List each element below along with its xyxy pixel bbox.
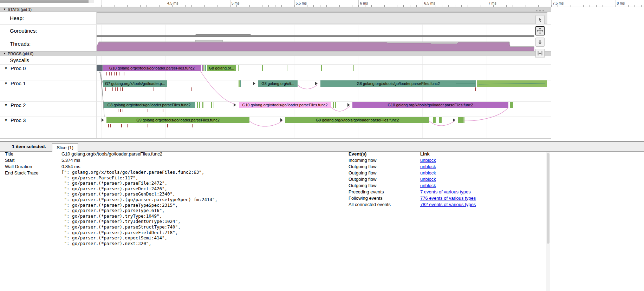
instant-event-tick[interactable] — [124, 72, 124, 75]
instant-event-tick[interactable] — [110, 124, 111, 127]
ruler-minor-tick — [339, 5, 340, 7]
ruler-minor-tick — [493, 5, 494, 7]
collapse-triangle-icon[interactable]: ▼ — [4, 104, 8, 107]
instant-event-tick[interactable] — [191, 87, 192, 91]
instant-event-tick[interactable] — [121, 124, 122, 127]
trace-slice[interactable] — [202, 102, 203, 108]
instant-event-tick[interactable] — [167, 124, 168, 127]
collapse-triangle-icon[interactable]: ▼ — [4, 82, 8, 85]
horizontal-scrollbar[interactable] — [0, 0, 94, 3]
trace-slice[interactable] — [477, 80, 547, 87]
instant-event-tick[interactable] — [154, 87, 154, 91]
ruler-minor-tick — [166, 5, 166, 7]
trace-slice[interactable] — [353, 65, 354, 71]
trace-slice[interactable]: G7 golang.org/x/tools/go/loader.p... — [103, 80, 167, 87]
instant-event-tick[interactable] — [123, 109, 123, 112]
trace-slice[interactable] — [205, 65, 206, 71]
ruler-minor-tick — [416, 5, 417, 7]
instant-event-tick[interactable] — [163, 109, 163, 112]
ruler-minor-tick — [474, 5, 474, 7]
ruler-minor-tick — [301, 5, 301, 7]
trace-slice[interactable]: G8 golang.org/x/t... — [258, 80, 298, 87]
trace-slice[interactable] — [463, 117, 464, 123]
slice-label: G9 golang.org/x/tools/go/loader.parseFil… — [285, 117, 429, 123]
trace-slice[interactable] — [439, 117, 442, 123]
trace-slice[interactable]: G8 golang.org/x/tools/go/loader.parseFil… — [103, 102, 195, 108]
ruler-label: 5 ms — [232, 1, 240, 5]
ruler-minor-tick — [127, 5, 128, 7]
tab-slice[interactable]: Slice (1) — [52, 143, 78, 152]
ruler-minor-tick — [262, 5, 262, 7]
toolbar-grip[interactable] — [536, 9, 544, 13]
collapse-triangle-icon[interactable]: ▼ — [3, 8, 6, 11]
trace-slice[interactable] — [240, 80, 241, 87]
instant-event-tick[interactable] — [122, 87, 123, 91]
instant-event-tick[interactable] — [116, 72, 117, 75]
trace-slice[interactable] — [203, 65, 204, 71]
trace-slice[interactable] — [433, 117, 436, 123]
trace-slice[interactable]: G8 golang.or... — [207, 65, 236, 71]
ruler-minor-tick — [236, 5, 237, 7]
zoom-tool-button[interactable] — [535, 38, 545, 47]
collapse-triangle-icon[interactable]: ▼ — [4, 119, 8, 122]
trace-slice[interactable] — [458, 117, 463, 123]
instant-event-tick[interactable] — [127, 124, 128, 127]
trace-slice[interactable] — [202, 65, 203, 71]
trace-slice[interactable] — [262, 65, 263, 71]
instant-event-tick[interactable] — [114, 72, 115, 75]
instant-event-tick[interactable] — [192, 124, 193, 127]
instant-event-tick[interactable] — [106, 72, 107, 75]
instant-event-tick[interactable] — [120, 87, 121, 91]
trace-slice[interactable] — [197, 102, 198, 108]
horizontal-scrollbar-thumb[interactable] — [0, 0, 89, 3]
selection-tool-button[interactable] — [535, 15, 545, 24]
instant-event-tick[interactable] — [117, 87, 118, 91]
trace-slice[interactable] — [287, 65, 287, 71]
trace-slice[interactable] — [97, 65, 103, 71]
ruler-minor-tick — [172, 5, 173, 7]
instant-event-tick[interactable] — [108, 124, 109, 127]
trace-slice[interactable]: G8 golang.org/x/tools/go/loader.parseFil… — [320, 80, 476, 87]
trace-slice[interactable] — [321, 65, 322, 71]
trace-slice[interactable] — [214, 102, 214, 108]
trace-slice[interactable] — [211, 102, 212, 108]
collapse-triangle-icon[interactable]: ▼ — [3, 52, 6, 55]
trace-slice[interactable]: G9 golang.org/x/tools/go/loader.parseFil… — [106, 117, 249, 123]
stats-section-header[interactable]: ▼ STATS (pid 1) — [0, 7, 551, 12]
instant-event-tick[interactable] — [112, 87, 113, 91]
procs-section-header[interactable]: ▼ PROCS (pid 0) — [0, 51, 551, 56]
instant-event-tick[interactable] — [148, 109, 148, 112]
trace-slice[interactable] — [239, 80, 240, 87]
pan-tool-button[interactable] — [535, 26, 545, 35]
collapse-triangle-icon[interactable]: ▼ — [4, 67, 8, 70]
instant-event-tick[interactable] — [475, 87, 476, 91]
ruler-minor-tick — [519, 5, 519, 7]
ruler-minor-tick — [371, 5, 372, 7]
slice-label: G10 golang.org/x/tools/go/loader.parseFi… — [352, 102, 508, 108]
trace-slice[interactable] — [333, 102, 334, 108]
instant-event-tick[interactable] — [119, 72, 119, 75]
timeline-ruler: 4.5 ms5 ms5.5 ms6 ms6.5 ms7 ms7.5 ms8 ms — [95, 0, 644, 7]
instant-event-tick[interactable] — [120, 109, 121, 112]
trace-slice[interactable] — [335, 102, 336, 108]
trace-slice[interactable]: G10 golang.org/x/tools/go/loader.parseFi… — [352, 102, 508, 108]
ruler-minor-tick — [513, 5, 513, 7]
ruler-label: 6.5 ms — [424, 1, 435, 5]
ruler-minor-tick — [403, 5, 404, 7]
instant-event-tick[interactable] — [118, 109, 118, 112]
ruler-label: 5.5 ms — [296, 1, 307, 5]
trace-slice[interactable] — [238, 65, 239, 71]
trace-slice[interactable]: G9 golang.org/x/tools/go/loader.parseFil… — [285, 117, 429, 123]
instant-event-tick[interactable] — [109, 72, 110, 75]
instant-event-tick[interactable] — [148, 124, 148, 127]
instant-event-tick[interactable] — [115, 87, 116, 91]
timing-tool-button[interactable] — [535, 49, 545, 58]
ruler-minor-tick — [147, 5, 147, 7]
instant-event-tick[interactable] — [111, 72, 112, 75]
trace-slice[interactable]: G10 golang.org/x/tools/go/loader.parseFi… — [103, 65, 201, 71]
trace-slice[interactable] — [199, 102, 200, 108]
instant-event-tick[interactable] — [105, 87, 106, 91]
trace-slice[interactable]: G10 golang.org/x/tools/go/loader.parseFi… — [239, 102, 331, 108]
ruler-minor-tick — [423, 5, 423, 7]
trace-slice[interactable] — [510, 102, 513, 108]
